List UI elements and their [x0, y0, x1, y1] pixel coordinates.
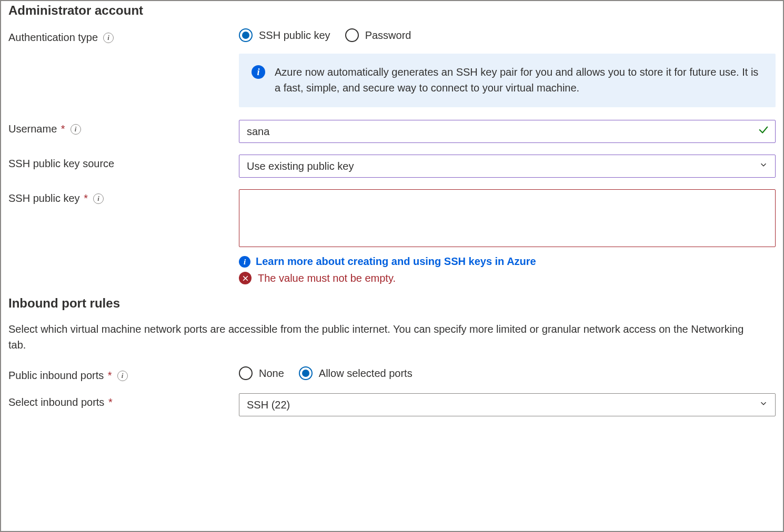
- info-icon[interactable]: i: [103, 33, 114, 43]
- select-ports-dropdown[interactable]: [239, 393, 776, 416]
- section-title-ports: Inbound port rules: [8, 296, 776, 311]
- ssh-learn-more-link[interactable]: Learn more about creating and using SSH …: [256, 255, 536, 268]
- ssh-info-text: Azure now automatically generates an SSH…: [275, 64, 763, 96]
- error-icon: [239, 272, 252, 284]
- key-source-label: SSH public key source: [8, 158, 114, 170]
- info-filled-icon: i: [239, 256, 250, 268]
- ports-allow-label: Allow selected ports: [319, 367, 413, 380]
- ssh-key-textarea[interactable]: [239, 189, 776, 247]
- info-icon[interactable]: i: [93, 193, 104, 204]
- auth-type-password-radio[interactable]: Password: [345, 28, 411, 42]
- ports-description: Select which virtual machine network por…: [8, 321, 761, 353]
- select-ports-label: Select inbound ports: [8, 396, 104, 408]
- username-label: Username: [8, 123, 57, 135]
- auth-type-radio-group: SSH public key Password: [239, 28, 776, 42]
- username-input[interactable]: [239, 120, 776, 143]
- ssh-key-label: SSH public key: [8, 192, 80, 204]
- info-filled-icon: i: [252, 65, 265, 79]
- ports-none-label: None: [259, 367, 284, 380]
- key-source-select[interactable]: [239, 155, 776, 178]
- ports-none-radio[interactable]: None: [239, 366, 284, 380]
- ssh-info-banner: i Azure now automatically generates an S…: [239, 54, 776, 107]
- required-marker: *: [61, 123, 65, 135]
- section-title-admin: Administrator account: [8, 3, 776, 18]
- required-marker: *: [108, 396, 113, 408]
- public-ports-radio-group: None Allow selected ports: [239, 366, 776, 380]
- auth-type-label: Authentication type: [8, 32, 98, 44]
- info-icon[interactable]: i: [71, 124, 81, 135]
- required-marker: *: [108, 370, 112, 381]
- ports-allow-radio[interactable]: Allow selected ports: [299, 366, 413, 380]
- required-marker: *: [84, 192, 88, 204]
- auth-type-password-label: Password: [365, 29, 411, 42]
- ssh-key-error-text: The value must not be empty.: [258, 272, 396, 284]
- info-icon[interactable]: i: [117, 371, 128, 381]
- public-ports-label: Public inbound ports: [8, 370, 104, 381]
- auth-type-ssh-radio[interactable]: SSH public key: [239, 28, 330, 42]
- auth-type-ssh-label: SSH public key: [259, 29, 330, 42]
